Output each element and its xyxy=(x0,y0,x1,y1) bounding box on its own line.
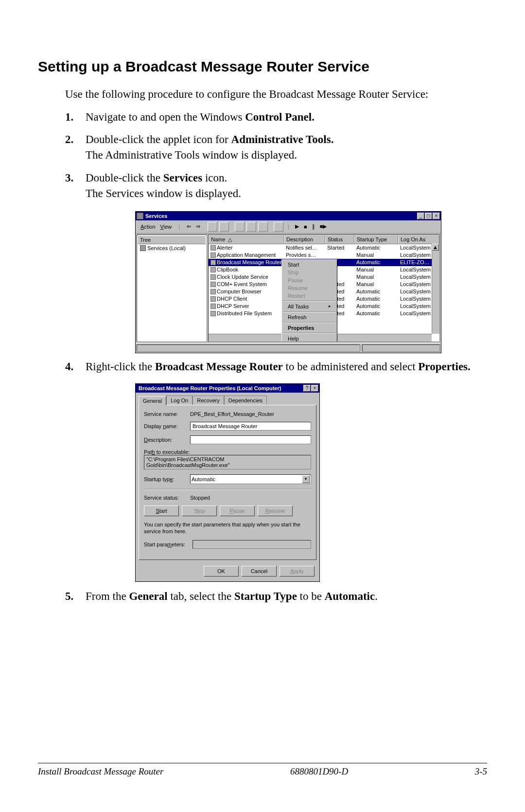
btn-ok[interactable]: OK xyxy=(204,566,239,577)
dialog-help-button[interactable]: ? xyxy=(303,385,311,392)
toolbar-play-icon[interactable]: ▶ xyxy=(293,223,301,230)
step-4-num: 4. xyxy=(65,359,73,375)
service-icon xyxy=(210,289,216,294)
btn-apply: Apply xyxy=(280,566,315,577)
toolbar-pause-icon[interactable]: ‖ xyxy=(310,223,317,230)
dialog-footer: OK Cancel Apply xyxy=(136,563,319,581)
footer-left: Install Broadcast Message Router xyxy=(38,766,163,777)
step-5-num: 5. xyxy=(65,589,73,604)
toolbar-btn-4[interactable] xyxy=(246,222,256,232)
vertical-scrollbar[interactable]: ▲ xyxy=(432,244,439,334)
step-3-text-d: The Services window is displayed. xyxy=(86,187,241,199)
col-description[interactable]: Description xyxy=(284,235,325,244)
toolbar-btn-3[interactable] xyxy=(235,222,245,232)
chevron-down-icon[interactable]: ▼ xyxy=(302,475,310,483)
toolbar-btn-1[interactable] xyxy=(208,222,217,232)
tab-log-on[interactable]: Log On xyxy=(166,396,192,405)
step-2-num: 2. xyxy=(65,132,73,147)
scroll-up-icon[interactable]: ▲ xyxy=(432,244,439,251)
status-box-2 xyxy=(362,344,440,352)
select-startup-type[interactable]: Automatic ▼ xyxy=(190,474,311,484)
step-3-text-c: icon. xyxy=(202,172,227,184)
service-icon xyxy=(210,253,216,258)
tree-header: Tree xyxy=(138,236,206,244)
dialog-close-button[interactable]: × xyxy=(311,385,318,392)
step-2-text-a: Double-click the applet icon for xyxy=(86,133,231,145)
btn-pause: Pause xyxy=(220,505,255,516)
services-window-figure: Services _ □ × AActionction View | ⇐ ⇒ |… xyxy=(135,211,487,353)
close-button[interactable]: × xyxy=(433,213,440,219)
btn-stop: Stop xyxy=(182,505,217,516)
select-startup-type-value: Automatic xyxy=(192,476,215,482)
input-description[interactable] xyxy=(190,435,311,444)
dialog-titlebar: Broadcast Message Router Properties (Loc… xyxy=(136,384,319,393)
ctx-help[interactable]: Help xyxy=(283,335,336,342)
label-display-name: Display name: xyxy=(144,423,190,429)
menu-view[interactable]: View xyxy=(158,223,174,230)
service-row[interactable]: AlerterNotifies sel…StartedAutomaticLoca… xyxy=(209,244,439,252)
toolbar-stop-icon[interactable]: ■ xyxy=(302,223,309,230)
maximize-button[interactable]: □ xyxy=(425,213,432,219)
btn-cancel[interactable]: Cancel xyxy=(242,566,277,577)
step-5-text-b: General xyxy=(129,590,167,602)
step-5-text-e: to be xyxy=(297,590,325,602)
ctx-pause: Pause xyxy=(283,276,336,284)
step-1-num: 1. xyxy=(65,109,73,125)
ctx-restart: Restart xyxy=(283,292,336,300)
input-start-params xyxy=(192,540,311,549)
service-icon xyxy=(210,296,216,302)
step-1-text-b: Control Panel. xyxy=(245,111,315,123)
input-display-name[interactable]: Broadcast Message Router xyxy=(190,422,311,431)
col-startup-type[interactable]: Startup Type xyxy=(354,235,398,244)
tree-item-services-local[interactable]: Services (Local) xyxy=(138,244,206,252)
tab-general[interactable]: General xyxy=(139,396,166,405)
step-5-text-g: . xyxy=(375,590,378,602)
step-4-text-d: Properties. xyxy=(418,361,471,373)
ctx-stop: Stop xyxy=(283,269,336,276)
ctx-all-tasks[interactable]: All Tasks xyxy=(283,303,336,310)
step-4-text-a: Right-click the xyxy=(86,361,155,373)
service-icon xyxy=(210,282,216,287)
step-5-text-d: Startup Type xyxy=(234,590,297,602)
toolbar-fwd-icon[interactable]: ⇒ xyxy=(194,223,202,230)
btn-resume: Resume xyxy=(258,505,293,516)
tab-recovery[interactable]: Recovery xyxy=(192,396,224,405)
service-icon xyxy=(210,245,216,251)
gear-icon xyxy=(140,245,146,251)
service-row[interactable]: Application ManagementProvides s…ManualL… xyxy=(209,252,439,259)
toolbar-btn-6[interactable] xyxy=(274,222,283,232)
services-window: Services _ □ × AActionction View | ⇐ ⇒ |… xyxy=(135,211,441,353)
step-5-text-c: tab, select the xyxy=(168,590,234,602)
service-icon xyxy=(210,260,216,265)
services-menubar: AActionction View | ⇐ ⇒ | ▶ ■ ‖ ■▶ xyxy=(136,220,441,234)
toolbar-btn-5[interactable] xyxy=(258,222,268,232)
note-start-params: You can specify the start parameters tha… xyxy=(144,521,311,535)
col-log-on-as[interactable]: Log On As xyxy=(398,235,439,244)
tab-dependencies[interactable]: Dependencies xyxy=(224,396,267,405)
service-icon xyxy=(210,311,216,316)
step-5-text-f: Automatic xyxy=(325,590,375,602)
value-service-status: Stopped xyxy=(190,495,311,501)
ctx-start[interactable]: Start xyxy=(283,261,336,269)
btn-start[interactable]: Start xyxy=(144,505,179,516)
menu-action[interactable]: AActionction xyxy=(139,223,158,230)
minimize-button[interactable]: _ xyxy=(417,213,424,219)
step-5-text-a: From the xyxy=(86,590,129,602)
label-start-params: Start parameters: xyxy=(144,541,192,547)
toolbar-btn-2[interactable] xyxy=(219,222,229,232)
service-icon xyxy=(210,274,216,280)
step-4-text-b: Broadcast Message Router xyxy=(155,361,283,373)
page-footer: Install Broadcast Message Router 6880801… xyxy=(38,763,487,777)
tree-item-label: Services (Local) xyxy=(147,245,186,251)
ctx-refresh[interactable]: Refresh xyxy=(283,313,336,321)
ctx-properties[interactable]: Properties xyxy=(283,324,336,332)
step-3: 3. Double-click the Services icon. The S… xyxy=(65,170,487,201)
col-status[interactable]: Status xyxy=(325,235,354,244)
intro-text: Use the following procedure to configure… xyxy=(65,87,487,102)
col-name[interactable]: Name △ xyxy=(209,235,284,244)
toolbar-back-icon[interactable]: ⇐ xyxy=(185,223,193,230)
toolbar-restart-icon[interactable]: ■▶ xyxy=(318,223,329,230)
section-heading: Setting up a Broadcast Message Router Se… xyxy=(38,58,487,75)
tab-general-body: Service name: DPE_Best_Effort_Message_Ro… xyxy=(139,405,316,560)
step-5: 5. From the General tab, select the Star… xyxy=(65,589,487,604)
